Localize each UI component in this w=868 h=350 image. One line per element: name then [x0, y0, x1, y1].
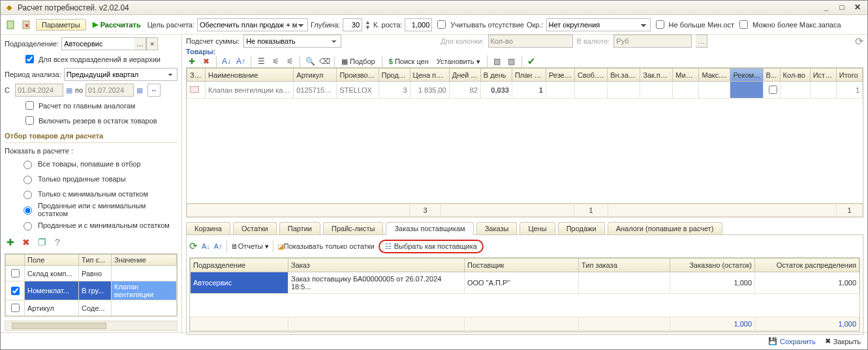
not-more-min-checkbox[interactable]: Не больше Мин.ост — [653, 18, 735, 31]
radio-min-stock[interactable]: Только с минимальным остатком — [5, 188, 178, 200]
tab-prices[interactable]: Цены — [519, 222, 555, 234]
filter3-icon[interactable]: ⚟ — [284, 56, 296, 67]
radio-sold-and-min[interactable]: Проданные и с минимальным остатком — [5, 219, 178, 231]
add-row-icon[interactable]: ✚ — [186, 56, 198, 67]
filter-grid[interactable]: Поле Тип с... Значение Склад комп... Рав… — [5, 253, 178, 317]
tab-orders[interactable]: Заказы — [476, 222, 518, 234]
goods-title: Товары: — [186, 48, 863, 56]
orders-row[interactable]: Автосервис Заказ поставщику БА00000005 о… — [191, 272, 860, 294]
sort-desc2-icon[interactable]: A↑ — [214, 242, 223, 250]
dollar-icon: $ — [389, 57, 393, 65]
radio-all-goods[interactable]: Все товары, попавшие в отбор — [5, 157, 178, 170]
orders-header-row[interactable]: ПодразделениеЗаказПоставщик Тип заказаЗа… — [191, 259, 860, 272]
filter-col-type[interactable]: Тип с... — [79, 255, 112, 266]
report-icon: 🗎 — [231, 242, 238, 250]
reports-button[interactable]: 🗎Отчеты ▾ — [231, 242, 269, 251]
round-select[interactable] — [546, 18, 651, 31]
goods-row[interactable]: Клапан вентиляции кар... 0125715SX STELL… — [187, 82, 863, 99]
tab-sales[interactable]: Продажи — [558, 222, 605, 234]
row-flag-checkbox[interactable] — [769, 86, 777, 94]
minimize-button[interactable]: _ — [820, 3, 832, 12]
calendar-from-icon[interactable]: ▦ — [66, 86, 72, 95]
reload-icon[interactable]: ⟳ — [189, 240, 198, 252]
set-button[interactable]: Установить ▾ — [434, 57, 483, 67]
maximize-button[interactable]: □ — [836, 3, 848, 12]
window-title: Расчет потребностей. v2.02.04 — [18, 3, 820, 12]
pin-icon[interactable]: ✔ — [526, 56, 538, 67]
tab-batches[interactable]: Партии — [279, 222, 320, 234]
filter-group-title: Отбор товаров для расчета — [5, 129, 178, 143]
goal-select[interactable] — [197, 18, 308, 31]
can-more-max-checkbox[interactable]: Можно более Макс.запаса — [737, 18, 841, 31]
misc1-icon[interactable]: ▧ — [491, 56, 503, 67]
filter-row[interactable]: Номенклат... В гру... Клапан вентиляции — [6, 281, 177, 300]
filter-icon[interactable]: ☰ — [255, 56, 267, 67]
depth-input[interactable] — [343, 18, 362, 31]
clear-find-icon[interactable]: ⌫ — [318, 56, 330, 67]
filter2-icon[interactable]: ⚟ — [270, 56, 281, 67]
generic-icon-2[interactable] — [20, 18, 33, 31]
close-button[interactable]: ✕ — [852, 3, 863, 12]
goods-header-row[interactable]: За...НаименованиеАртикулПроизвод... Прод… — [187, 69, 863, 82]
round-label: Окр.: — [527, 21, 544, 29]
calculate-button[interactable]: Рассчитать — [89, 19, 145, 30]
date-from-input — [15, 84, 63, 97]
copy-filter-icon[interactable]: ❐ — [36, 236, 48, 248]
subdivision-label: Подразделение: — [5, 40, 59, 48]
tab-cart[interactable]: Корзина — [186, 222, 230, 234]
subdivision-input[interactable] — [61, 37, 134, 50]
filter-row[interactable]: Артикул Соде... — [6, 300, 177, 316]
subdivision-lookup-button[interactable]: … — [134, 37, 146, 50]
sort-desc-icon[interactable]: A↑ — [235, 56, 247, 67]
filter-hscrollbar[interactable] — [5, 321, 178, 331]
choose-as-supplier-button[interactable]: ☷ Выбрать как поставщика — [379, 240, 484, 253]
filter-row[interactable]: Склад комп... Равно — [6, 266, 177, 281]
filter-col-value[interactable]: Значение — [112, 255, 177, 266]
growth-input[interactable] — [405, 18, 432, 31]
pick-button[interactable]: ▦Подбор — [339, 57, 378, 67]
tab-analogs[interactable]: Аналоги (попавшие в расчет) — [608, 222, 722, 234]
from-label: С — [5, 86, 12, 94]
by-analog-checkbox[interactable]: Расчет по главным аналогам — [5, 99, 178, 112]
show-only-rest-button[interactable]: ◪Показывать только остатки — [277, 242, 375, 251]
refresh-icon[interactable]: ⟳ — [855, 35, 863, 48]
misc2-icon[interactable]: ▨ — [506, 56, 518, 67]
period-select[interactable] — [64, 68, 178, 81]
help-filter-icon[interactable]: ? — [52, 236, 63, 248]
calendar-to-icon[interactable]: ▦ — [136, 86, 143, 95]
orders-grid[interactable]: ПодразделениеЗаказПоставщик Тип заказаЗа… — [189, 257, 860, 332]
consider-absence-checkbox[interactable]: Учитывать отсутствие — [435, 18, 524, 31]
generic-icon-1[interactable] — [5, 18, 18, 31]
tab-pricelists[interactable]: Прайс-листы — [323, 222, 383, 234]
radio-sold-only[interactable]: Только проданные товары — [5, 172, 178, 185]
orders-footer-row: 1,000 1,000 — [191, 317, 860, 331]
price-search-button[interactable]: $Поиск цен — [386, 57, 431, 66]
depth-stepper-icon[interactable]: ▲▼ — [365, 20, 371, 30]
tab-supplier-orders[interactable]: Заказы поставщикам — [386, 222, 473, 235]
sum-select[interactable] — [243, 35, 341, 48]
tab-panel: ⟳ A↓ A↑ 🗎Отчеты ▾ ◪Показывать только ост… — [186, 234, 863, 335]
sort-asc-icon[interactable]: A↓ — [221, 56, 232, 67]
sort-asc2-icon[interactable]: A↓ — [202, 242, 210, 250]
subdivision-clear-button[interactable]: × — [146, 37, 158, 50]
add-filter-icon[interactable]: ✚ — [5, 236, 16, 248]
detail-tabs: Корзина Остатки Партии Прайс-листы Заказ… — [186, 221, 863, 234]
filter-col-field[interactable]: Поле — [25, 255, 79, 266]
currency-label: В валюте: — [577, 37, 610, 45]
goods-grid[interactable]: За...НаименованиеАртикулПроизвод... Прод… — [186, 67, 863, 204]
goods-toolbar: ✚ ✖ A↓ A↑ ☰ ⚟ ⚟ 🔍 ⌫ ▦Подбор $Поиск цен У… — [186, 56, 863, 67]
params-button[interactable]: Параметры — [36, 19, 86, 31]
swap-dates-button[interactable]: ↔ — [147, 84, 161, 97]
svg-rect-0 — [7, 21, 14, 29]
close-window-button[interactable]: ✖ Закрыть — [825, 337, 861, 345]
remove-filter-icon[interactable]: ✖ — [20, 236, 32, 248]
delete-row-icon[interactable]: ✖ — [200, 56, 212, 67]
all-subdivisions-checkbox[interactable]: Для всех подразделений в иерархии — [5, 53, 178, 65]
find-icon[interactable]: 🔍 — [304, 56, 316, 67]
include-reserve-checkbox[interactable]: Включить резерв в остаток товаров — [5, 114, 178, 127]
save-button[interactable]: 💾 Сохранить — [768, 337, 816, 345]
radio-sold-or-min[interactable]: Проданные или с минимальным остатком — [5, 203, 178, 216]
tab-stocks[interactable]: Остатки — [233, 222, 277, 234]
currency-lookup-button: … — [696, 35, 707, 48]
main-toolbar: Параметры Рассчитать Цель расчета: Глуби… — [1, 15, 867, 35]
